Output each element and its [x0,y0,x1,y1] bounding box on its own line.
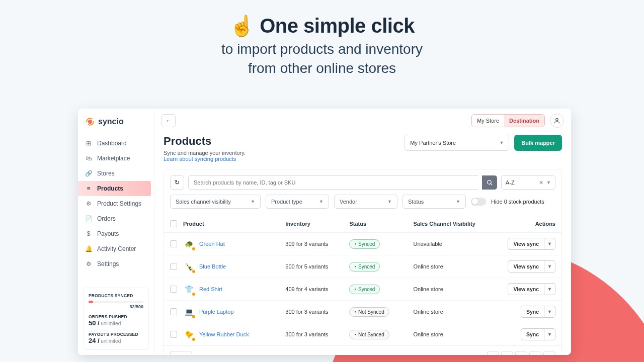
sidebar-item-label: Products [97,185,123,192]
sidebar-item-product-settings[interactable]: ⚙Product Settings [78,196,154,211]
page-size-select[interactable]: 25 ▼ [170,351,192,355]
svg-line-3 [491,184,492,185]
search-input[interactable] [188,175,478,190]
product-name-link[interactable]: Yellow Rubber Duck [199,331,249,337]
hide-zero-stock-toggle[interactable] [471,198,486,206]
user-avatar[interactable] [550,114,564,128]
filter-product-type[interactable]: Product type▼ [266,195,329,209]
inventory-cell: 409 for 4 variants [285,286,349,292]
nav-icon: 📄 [85,215,92,222]
row-checkbox[interactable] [170,240,177,247]
header-visibility: Sales Channel Visibility [413,221,490,227]
row-action-button[interactable]: Sync [521,328,544,340]
nav-icon: ⚙ [85,260,92,267]
row-checkbox[interactable] [170,286,177,293]
table-row: 👕Red Shirt409 for 4 variantsSyncedOnline… [164,278,561,301]
page-prev[interactable]: ‹ [501,351,513,355]
sidebar-item-label: Orders [97,215,116,222]
status-badge: Synced [349,262,380,272]
visibility-cell: Unavailable [413,241,490,247]
main-content: ← My Store Destination Products Sync and… [154,109,571,355]
row-action-button[interactable]: View sync [508,260,544,273]
filter-status[interactable]: Status▼ [403,195,466,209]
chevron-down-icon: ▼ [546,180,551,185]
app-window: syncio ⊞Dashboard🛍Marketplace🔗Stores≡Pro… [78,109,571,355]
row-action-button[interactable]: Sync [521,306,544,318]
row-action-button[interactable]: View sync [508,283,544,295]
refresh-button[interactable]: ↻ [170,175,184,190]
header-product: Product [183,221,285,227]
sidebar-item-label: Stores [97,170,115,177]
sidebar-item-payouts[interactable]: $Payouts [78,226,154,241]
sidebar-item-dashboard[interactable]: ⊞Dashboard [78,136,154,151]
chevron-down-icon: ▼ [319,199,324,204]
product-name-link[interactable]: Red Shirt [199,286,222,292]
sort-select[interactable]: A-Z ✕ ▼ [501,175,555,190]
sidebar-item-orders[interactable]: 📄Orders [78,211,154,226]
product-thumbnail: 🐢 [183,238,194,249]
row-action-dropdown[interactable]: ▼ [544,260,555,273]
sidebar-item-label: Product Settings [97,200,141,207]
row-checkbox[interactable] [170,263,177,270]
sidebar-item-products[interactable]: ≡Products [78,181,151,196]
learn-link[interactable]: Learn about syncing products [164,156,246,162]
product-name-link[interactable]: Purple Laptop [199,309,234,315]
stats-synced-count: 32/500 [89,304,143,309]
product-name-link[interactable]: Green Hat [199,241,225,247]
page-last[interactable]: ›| [543,351,555,355]
page-description: Sync and manage your inventory. [164,150,246,156]
sidebar-item-label: Marketplace [97,155,130,162]
clear-icon[interactable]: ✕ [539,179,543,186]
bulk-mapper-button[interactable]: Bulk mapper [514,135,562,151]
product-thumbnail: 👕 [183,284,194,295]
sidebar-item-marketplace[interactable]: 🛍Marketplace [78,151,154,166]
stats-synced-label: PRODUCTS SYNCED [89,293,143,298]
status-badge: Synced [349,239,380,249]
table-row: 🐤Yellow Rubber Duck300 for 3 variantsNot… [164,323,561,345]
filter-vendor[interactable]: Vendor▼ [334,195,397,209]
header-inventory: Inventory [285,221,349,227]
select-all-checkbox[interactable] [170,220,177,227]
search-button[interactable] [482,175,497,190]
sidebar-item-stores[interactable]: 🔗Stores [78,166,154,181]
product-thumbnail: 🍾 [183,261,194,272]
header-status: Status [349,221,413,227]
row-action-dropdown[interactable]: ▼ [544,306,555,318]
product-thumbnail: 🐤 [183,329,194,340]
stats-card: PRODUCTS SYNCED 32/500 ORDERS PUSHED 50 … [83,288,149,350]
row-action-dropdown[interactable]: ▼ [544,283,555,295]
stats-orders-label: ORDERS PUSHED [89,314,143,319]
status-badge: Synced [349,285,380,294]
segment-my-store[interactable]: My Store [472,115,504,127]
row-action-button[interactable]: View sync [508,238,544,250]
product-thumbnail: 💻 [183,306,194,317]
row-action-dropdown[interactable]: ▼ [544,238,555,250]
row-action-dropdown[interactable]: ▼ [544,328,555,340]
chevron-down-icon: ▼ [183,354,188,355]
product-name-link[interactable]: Blue Bottle [199,263,226,269]
visibility-cell: Online store [413,263,490,269]
page-first[interactable]: |‹ [487,351,499,355]
chevron-down-icon: ▼ [387,199,392,204]
table-row: 🍾Blue Bottle500 for 5 variantsSyncedOnli… [164,255,561,278]
inventory-cell: 309 for 3 variants [285,241,349,247]
row-checkbox[interactable] [170,331,177,338]
sidebar-item-label: Settings [97,260,119,267]
segment-destination[interactable]: Destination [504,115,544,127]
row-checkbox[interactable] [170,308,177,315]
status-badge: Not Synced [349,330,389,339]
page-current[interactable]: 1 [515,351,527,355]
filter-visibility[interactable]: Sales channel visibility▼ [170,195,261,209]
header-actions: Actions [490,221,555,227]
visibility-cell: Online store [413,286,490,292]
page-next[interactable]: › [529,351,541,355]
store-select[interactable]: My Partner's Store ▼ [405,135,509,151]
svg-point-1 [556,118,558,121]
logo-icon [85,117,95,127]
chevron-down-icon: ▼ [456,199,460,204]
sidebar-item-activity-center[interactable]: 🔔Activity Center [78,241,154,256]
pagination-info: 1 - 5 of 5 Entries [198,354,241,355]
back-button[interactable]: ← [162,114,176,127]
sidebar-item-settings[interactable]: ⚙Settings [78,256,154,272]
svg-point-0 [88,120,92,124]
